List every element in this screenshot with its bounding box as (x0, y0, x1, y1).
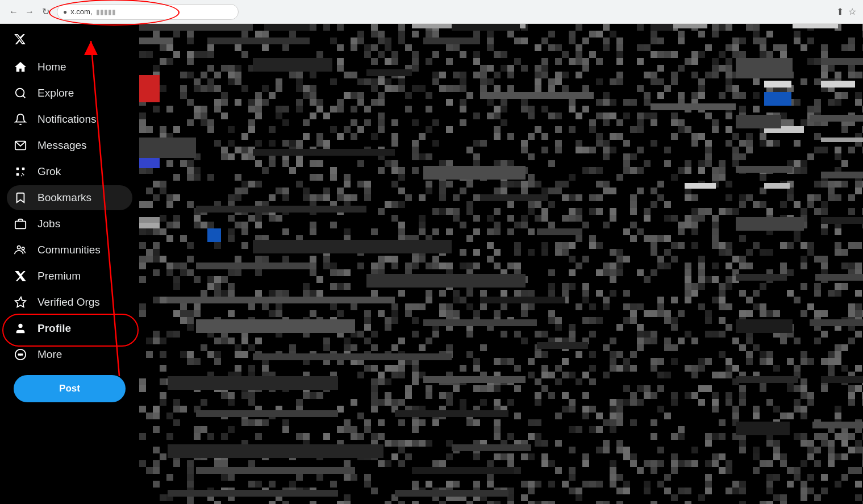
url-text: x.com, (70, 7, 92, 16)
jobs-icon (14, 217, 27, 231)
notifications-label: Notifications (37, 113, 97, 126)
bookmarks-icon (14, 191, 27, 205)
svg-point-2 (16, 89, 24, 97)
address-bar[interactable]: ● x.com, ▮▮▮▮▮ (57, 4, 239, 20)
svg-marker-11 (15, 297, 26, 307)
verified-orgs-icon (14, 295, 27, 309)
verified-orgs-label: Verified Orgs (37, 296, 100, 309)
post-button[interactable]: Post (14, 375, 126, 402)
nav-verified-orgs[interactable]: Verified Orgs (7, 290, 132, 315)
forward-button[interactable]: → (23, 5, 36, 19)
premium-label: Premium (37, 270, 81, 282)
communities-label: Communities (37, 244, 101, 256)
messages-icon (14, 139, 27, 152)
more-icon (14, 348, 27, 361)
profile-label: Profile (37, 322, 71, 335)
grok-label: Grok (37, 165, 61, 178)
nav-grok[interactable]: Grok (7, 159, 132, 184)
back-button[interactable]: ← (7, 5, 20, 19)
communities-icon (14, 243, 27, 257)
x-logo[interactable] (7, 28, 132, 52)
reload-button[interactable]: ↻ (39, 5, 52, 19)
blurred-content-canvas (139, 24, 863, 504)
notifications-icon (14, 113, 27, 126)
premium-icon (14, 269, 27, 283)
svg-rect-8 (15, 221, 26, 228)
nav-profile[interactable]: Profile (7, 316, 132, 341)
nav-more[interactable]: More (7, 342, 132, 367)
nav-notifications[interactable]: Notifications (7, 107, 132, 132)
browser-chrome: ← → ↻ ● x.com, ▮▮▮▮▮ ⬆ ☆ (0, 0, 863, 24)
messages-label: Messages (37, 139, 87, 152)
nav-jobs[interactable]: Jobs (7, 211, 132, 236)
home-label: Home (37, 61, 66, 73)
svg-line-3 (23, 95, 25, 98)
browser-toolbar-icons: ⬆ ☆ (836, 6, 856, 17)
svg-rect-5 (16, 168, 19, 170)
main-content (139, 24, 863, 504)
explore-label: Explore (37, 87, 74, 99)
grok-icon (14, 165, 27, 178)
nav-premium[interactable]: Premium (7, 264, 132, 289)
svg-rect-6 (16, 173, 19, 176)
nav-home[interactable]: Home (7, 55, 132, 80)
svg-point-10 (22, 247, 24, 250)
bookmarks-label: Bookmarks (37, 191, 91, 204)
profile-icon (14, 322, 27, 335)
share-icon[interactable]: ⬆ (836, 6, 844, 17)
nav-messages[interactable]: Messages (7, 133, 132, 158)
browser-nav-buttons: ← → ↻ (7, 5, 52, 19)
jobs-label: Jobs (37, 218, 60, 230)
svg-point-16 (22, 354, 23, 355)
nav-explore[interactable]: Explore (7, 81, 132, 106)
home-icon (14, 60, 27, 74)
svg-point-9 (18, 246, 21, 249)
more-label: More (37, 348, 62, 361)
svg-point-12 (18, 324, 22, 328)
svg-rect-7 (22, 168, 25, 170)
bookmark-star-icon[interactable]: ☆ (848, 6, 856, 17)
nav-bookmarks[interactable]: Bookmarks (7, 185, 132, 210)
sidebar: Home Explore Notifications (0, 24, 139, 504)
explore-icon (14, 86, 27, 100)
nav-communities[interactable]: Communities (7, 238, 132, 263)
